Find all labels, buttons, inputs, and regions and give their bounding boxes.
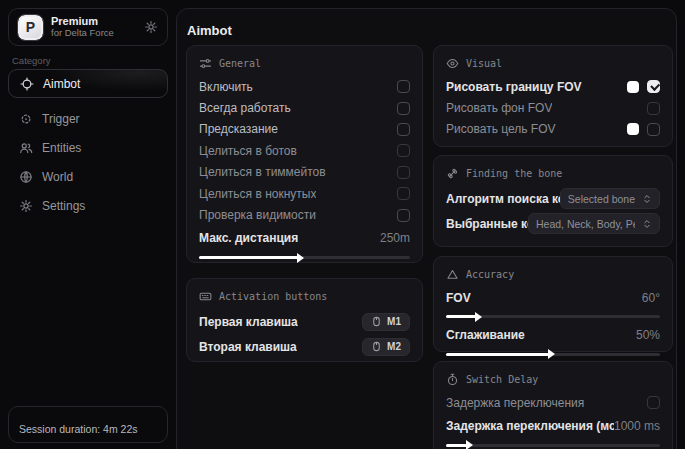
brand-logo: P (18, 15, 43, 40)
sidebar-item-label: Entities (42, 141, 81, 155)
slider-label-row: Макс. дистанция 250m (199, 228, 410, 249)
fov-slider[interactable] (446, 315, 660, 318)
draw-fov-bg-label: Рисовать фон FOV (446, 101, 552, 115)
setting-label: Целиться в тиммейтов (199, 165, 326, 179)
bone-algorithm-dropdown[interactable]: Selected bone (560, 188, 660, 209)
sidebar-item-settings[interactable]: Settings (8, 192, 168, 220)
max-distance-slider[interactable] (199, 256, 410, 259)
trigger-icon (19, 112, 33, 126)
sidebar-item-entities[interactable]: Entities (8, 134, 168, 162)
setting-row: Включить (199, 76, 410, 97)
target-knocked-checkbox[interactable] (397, 187, 410, 200)
setting-label: Всегда работать (199, 101, 291, 115)
activation-header-label: Activation buttons (219, 291, 327, 302)
finding-bone-card: Finding the bone Алгоритм поиска кост Se… (433, 155, 673, 247)
smoothing-value: 50% (636, 328, 660, 342)
eye-icon (446, 57, 459, 70)
setting-row: Рисовать границу FOV (446, 76, 660, 97)
switch-delay-header-label: Switch Delay (466, 374, 538, 385)
sidebar-item-aimbot[interactable]: Aimbot (8, 69, 168, 98)
slider-fill[interactable] (199, 256, 298, 259)
switch-delay-ms-value: 1000 ms (614, 419, 660, 433)
brand-text: Premium for Delta Force (51, 15, 136, 39)
always-work-checkbox[interactable] (397, 102, 410, 115)
activation-buttons-card: Activation buttons Первая клавиша M1 Вто… (186, 278, 423, 362)
sidebar: P Premium for Delta Force Category Aimbo… (0, 0, 176, 449)
enable-checkbox[interactable] (397, 80, 410, 93)
session-duration-label: Session duration: 4m 22s (19, 423, 137, 435)
setting-row: Целиться в ботов (199, 140, 410, 161)
crosshair-icon (20, 77, 34, 91)
setting-label: Предсказание (199, 122, 278, 136)
entities-icon (19, 141, 33, 155)
control-group (647, 102, 660, 115)
general-header: General (199, 55, 410, 72)
switch-delay-checkbox[interactable] (647, 396, 660, 409)
slider-fill[interactable] (446, 444, 467, 447)
smoothing-slider[interactable] (446, 353, 660, 356)
fov-target-color-swatch[interactable] (627, 123, 639, 135)
switch-delay-header: Switch Delay (446, 371, 660, 388)
sidebar-item-trigger[interactable]: Trigger (8, 105, 168, 133)
setting-row: Всегда работать (199, 97, 410, 118)
sidebar-item-label: Aimbot (43, 77, 80, 91)
timer-icon (446, 373, 459, 386)
brand-title: Premium (51, 15, 136, 28)
dropdown-row: Алгоритм поиска кост Selected bone (446, 186, 660, 211)
selected-bones-label: Выбранные кос (446, 217, 528, 231)
fov-label: FOV (446, 291, 471, 305)
setting-label: Включить (199, 80, 253, 94)
tune-icon (199, 57, 212, 70)
draw-fov-border-checkbox[interactable] (647, 80, 660, 93)
slider-label-row: FOV 60° (446, 287, 660, 308)
control-group (627, 123, 660, 136)
unfold-icon (642, 219, 652, 229)
mouse-icon (371, 341, 382, 352)
first-key-button[interactable]: M1 (362, 313, 410, 331)
visibility-check-checkbox[interactable] (397, 209, 410, 222)
slider-fill[interactable] (446, 315, 476, 318)
switch-delay-toggle-label: Задержка переключения (446, 396, 584, 410)
page-title: Aimbot (187, 23, 232, 38)
sidebar-nav: Aimbot Trigger Entities (8, 69, 168, 221)
accuracy-header: Accuracy (446, 266, 660, 283)
switch-delay-card: Switch Delay Задержка переключения Задер… (433, 361, 673, 449)
brand-card: P Premium for Delta Force (8, 8, 168, 46)
slider-fill[interactable] (446, 353, 549, 356)
sidebar-item-world[interactable]: World (8, 163, 168, 191)
setting-label: Проверка видимости (199, 208, 316, 222)
switch-delay-ms-label: Задержка переключения (мс) (446, 419, 614, 433)
dropdown-row: Выбранные кос Head, Neck, Body, Pe... (446, 211, 660, 236)
setting-row: Проверка видимости (199, 204, 410, 225)
fov-border-color-swatch[interactable] (627, 81, 639, 93)
max-distance-value: 250m (380, 231, 410, 245)
gear-icon[interactable] (144, 20, 158, 34)
fov-value: 60° (642, 291, 660, 305)
setting-row: Рисовать цель FOV (446, 119, 660, 140)
first-key-label: Первая клавиша (199, 315, 298, 329)
setting-row: Целиться в тиммейтов (199, 162, 410, 183)
target-bots-checkbox[interactable] (397, 144, 410, 157)
second-key-label: Вторая клавиша (199, 340, 297, 354)
prediction-checkbox[interactable] (397, 123, 410, 136)
sidebar-item-label: Trigger (42, 112, 80, 126)
visual-header: Visual (446, 55, 660, 72)
target-teammates-checkbox[interactable] (397, 166, 410, 179)
control-group (627, 80, 660, 93)
selected-bones-dropdown[interactable]: Head, Neck, Body, Pe... (528, 213, 660, 234)
unfold-icon (642, 194, 652, 204)
main-panel: Aimbot General Включить Всегда работать … (176, 8, 677, 449)
finding-header-label: Finding the bone (466, 168, 562, 179)
bone-icon (446, 167, 459, 180)
draw-fov-target-label: Рисовать цель FOV (446, 122, 556, 136)
draw-fov-target-checkbox[interactable] (647, 123, 660, 136)
bone-algorithm-value: Selected bone (568, 193, 635, 205)
switch-delay-slider[interactable] (446, 444, 660, 447)
draw-fov-bg-checkbox[interactable] (647, 102, 660, 115)
slider-label-row: Сглаживание 50% (446, 324, 660, 345)
activation-header: Activation buttons (199, 288, 410, 305)
world-icon (19, 170, 33, 184)
sidebar-item-label: Settings (42, 199, 85, 213)
first-key-value: M1 (387, 316, 401, 327)
second-key-button[interactable]: M2 (362, 338, 410, 356)
